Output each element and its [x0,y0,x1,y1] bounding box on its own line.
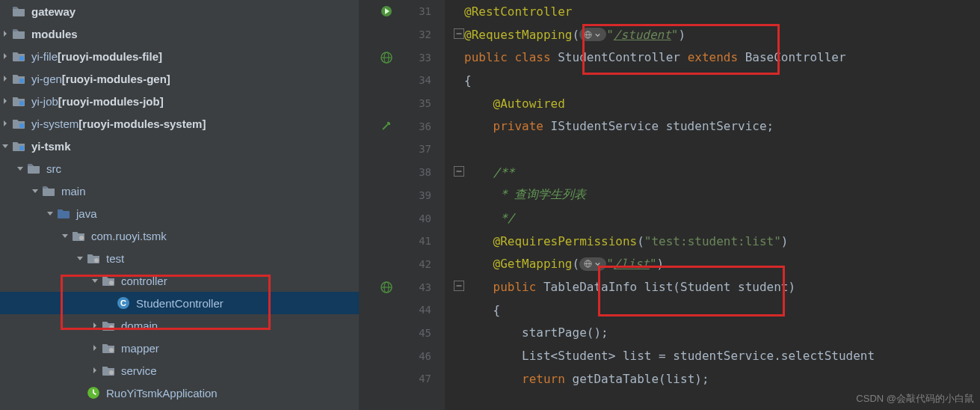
code-line[interactable]: @RestController [454,0,980,23]
gutter-line[interactable]: 32 [359,23,445,46]
tree-item[interactable]: yi-file [ruoyi-modules-file] [0,45,359,67]
code-line[interactable]: { [454,299,980,322]
code-line[interactable]: public TableDataInfo list(Student studen… [454,275,980,299]
run-gutter-icon[interactable] [380,5,392,17]
gutter-line[interactable]: 46 [359,344,445,367]
svg-rect-4 [19,101,24,105]
code-line[interactable]: startPage(); [454,322,980,345]
fold-collapse-icon[interactable] [454,165,464,180]
tree-item[interactable]: java [0,202,359,224]
gutter-line[interactable]: 34 [359,69,445,92]
chevron-right-icon[interactable] [90,320,100,331]
tree-item[interactable]: yi-gen [ruoyi-modules-gen] [0,67,359,90]
chevron-right-icon[interactable] [90,343,100,353]
code-line[interactable]: private IStudentService studentService; [454,114,980,138]
code-line[interactable]: @RequestMapping("/student") [454,23,980,46]
code-line[interactable]: { [454,69,980,92]
gutter-line[interactable]: 31 [359,0,445,23]
chevron-down-icon[interactable] [60,230,70,241]
code-line[interactable]: List<Student> list = studentService.sele… [454,344,980,367]
code-line[interactable]: public class StudentController extends B… [454,46,980,69]
chevron-right-icon[interactable] [0,73,10,84]
editor-code-area[interactable]: @RestController@RequestMapping("/student… [445,0,980,410]
code-line[interactable]: @GetMapping("/list") [454,253,980,276]
gutter-line[interactable]: 45 [359,322,445,345]
fold-collapse-icon[interactable] [454,28,464,42]
chevron-right-icon[interactable] [0,96,10,106]
line-number: 36 [419,120,431,132]
gutter-line[interactable]: 35 [359,92,445,115]
tree-item[interactable]: RuoYiTsmkApplication [0,382,359,404]
tree-item[interactable]: modules [0,22,359,45]
code-token: "test:student:list" [644,234,781,248]
code-line[interactable]: */ [454,206,980,230]
tree-item[interactable]: CStudentController [0,292,359,314]
tree-item-label: yi-gen [31,73,62,85]
package-icon [87,251,100,265]
chevron-down-icon[interactable] [75,253,85,263]
gutter-line[interactable]: 37 [359,138,445,161]
tree-item[interactable]: controller [0,269,359,292]
gutter-line[interactable]: 40 [359,206,445,230]
project-tree-panel[interactable]: gatewaymodulesyi-file [ruoyi-modules-fil… [0,0,359,410]
gutter-line[interactable]: 39 [359,184,445,207]
code-line[interactable]: * 查询学生列表 [454,184,980,207]
code-line[interactable]: /** [454,161,980,184]
line-number: 31 [419,5,431,17]
chevron-down-icon[interactable] [90,275,100,286]
web-gutter-icon[interactable] [380,281,392,293]
chevron-right-icon[interactable] [0,28,10,39]
code-token: { [464,303,500,317]
chevron-right-icon[interactable] [90,365,100,376]
chevron-down-icon[interactable] [0,141,10,151]
code-line[interactable]: return getDataTable(list); [454,367,980,391]
tree-item[interactable]: gateway [0,0,359,22]
chevron-right-icon[interactable] [0,51,10,61]
line-number: 32 [419,28,431,40]
tree-item-label: service [121,364,157,377]
line-number: 40 [419,212,431,224]
svg-rect-1 [13,29,17,31]
tree-item[interactable]: test [0,247,359,269]
code-editor[interactable]: 3132333435363738394041424344454647 @Rest… [359,0,980,410]
chevron-down-icon[interactable] [15,163,25,174]
gutter-line[interactable]: 44 [359,299,445,322]
svg-rect-6 [19,146,24,150]
chevron-right-icon[interactable] [0,118,10,129]
tree-item[interactable]: src [0,157,359,180]
tree-item[interactable]: mapper [0,337,359,359]
chevron-down-icon[interactable] [45,208,55,218]
url-globe-pill[interactable] [579,28,606,41]
tree-item[interactable]: yi-job [ruoyi-modules-job] [0,90,359,112]
bean-nav-icon[interactable] [380,120,392,132]
code-token: @RequiresPermissions [493,234,638,248]
gutter-line[interactable]: 43 [359,275,445,299]
tree-item[interactable]: service [0,359,359,382]
fold-collapse-icon[interactable] [454,280,464,294]
gutter-line[interactable]: 38 [359,161,445,184]
code-token: public class [464,50,558,64]
gutter-line[interactable]: 42 [359,253,445,276]
tree-item[interactable]: yi-tsmk [0,135,359,157]
gutter-line[interactable]: 47 [359,367,445,391]
tree-item[interactable]: yi-system [ruoyi-modules-system] [0,112,359,135]
tree-item[interactable]: resources [0,404,359,410]
code-token [464,97,493,111]
editor-gutter[interactable]: 3132333435363738394041424344454647 [359,0,445,410]
tree-item[interactable]: domain [0,314,359,337]
project-tree[interactable]: gatewaymodulesyi-file [ruoyi-modules-fil… [0,0,359,410]
gutter-line[interactable]: 41 [359,230,445,253]
gutter-line[interactable]: 36 [359,114,445,138]
module-icon [12,49,25,63]
chevron-down-icon[interactable] [30,186,40,196]
web-gutter-icon[interactable] [380,52,392,64]
gutter-line[interactable]: 33 [359,46,445,69]
line-number: 44 [419,304,431,316]
code-line[interactable]: @Autowired [454,92,980,115]
tree-item[interactable]: main [0,180,359,202]
url-globe-pill[interactable] [579,257,606,271]
tree-item-label: yi-tsmk [31,140,71,153]
code-line[interactable]: @RequiresPermissions("test:student:list"… [454,230,980,253]
code-line[interactable] [454,138,980,161]
tree-item[interactable]: com.ruoyi.tsmk [0,224,359,247]
